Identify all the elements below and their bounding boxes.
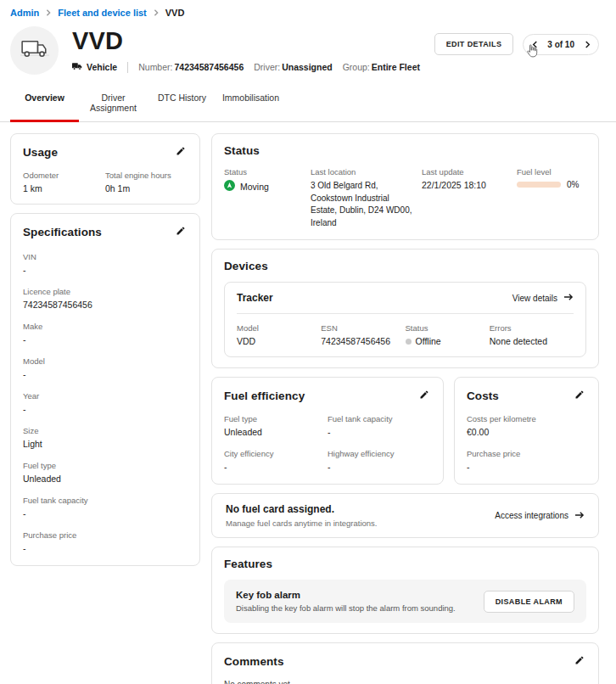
fuel-efficiency-card: Fuel efficiency Fuel type Unleaded <box>211 377 444 485</box>
city-efficiency-field: City efficiency - <box>224 449 328 472</box>
spec-make: Make - <box>23 322 188 345</box>
field-label: City efficiency <box>224 449 328 458</box>
field-value: 1 km <box>23 183 105 193</box>
specifications-title: Specifications <box>23 226 102 238</box>
offline-status-icon <box>406 339 412 345</box>
tracker-errors-field: Errors None detected <box>490 323 574 346</box>
feature-title: Key fob alarm <box>236 590 456 600</box>
tracker-esn-field: ESN 74234587456456 <box>321 323 405 346</box>
pencil-icon <box>574 655 585 668</box>
vehicle-number: Number:74234587456456 <box>138 62 244 72</box>
fuel-card-banner: No fuel card assigned. Manage fuel cards… <box>211 493 599 538</box>
spec-fuel-tank-capacity: Fuel tank capacity - <box>23 496 188 519</box>
right-column: Status Status Moving Last location <box>211 133 599 684</box>
driver-value: Unassigned <box>282 62 333 72</box>
edit-details-button[interactable]: EDIT DETAILS <box>434 33 514 55</box>
vehicle-pager: 3 of 10 <box>523 34 599 55</box>
usage-edit-button[interactable] <box>174 144 188 160</box>
location-value: 3 Old Belgard Rd, Cookstown Industrial E… <box>311 180 413 229</box>
left-column: Usage Odometer 1 km Total engine hours <box>10 133 200 566</box>
banner-title: No fuel card assigned. <box>226 503 378 515</box>
comments-edit-button[interactable] <box>573 653 586 670</box>
fuel-efficiency-edit-button[interactable] <box>417 388 431 404</box>
spec-model: Model - <box>23 356 188 379</box>
fuel-level-value: 0% <box>567 180 579 189</box>
fuel-type-field: Fuel type Unleaded <box>224 414 328 437</box>
field-value: - <box>23 265 188 275</box>
field-value: - <box>224 462 328 472</box>
field-label: Licence plate <box>23 287 188 296</box>
meta-divider <box>127 62 128 73</box>
costs-edit-button[interactable] <box>573 388 586 404</box>
fuel-efficiency-title: Fuel efficiency <box>224 390 305 402</box>
disable-alarm-button[interactable]: DISABLE ALARM <box>484 591 574 613</box>
tab-driver-assignment[interactable]: Driver Assignment <box>79 85 148 121</box>
field-label: Purchase price <box>23 530 188 540</box>
field-label: Odometer <box>23 171 105 180</box>
view-details-label: View details <box>512 294 557 303</box>
devices-card: Devices Tracker View details <box>211 249 599 368</box>
tracker-status-field: Status Offline <box>406 323 490 346</box>
tracker-title: Tracker <box>237 292 273 304</box>
field-value: Offline <box>416 336 441 346</box>
specifications-edit-button[interactable] <box>174 224 188 240</box>
pager-next-button[interactable] <box>578 36 596 53</box>
field-value: - <box>23 508 188 519</box>
field-value: 74234587456456 <box>321 336 405 346</box>
status-card: Status Status Moving Last location <box>211 133 599 240</box>
arrow-right-icon <box>563 293 574 303</box>
field-value: - <box>23 334 188 345</box>
comments-title: Comments <box>224 655 284 668</box>
access-integrations-link[interactable]: Access integrations <box>495 511 585 521</box>
truck-icon <box>20 38 49 64</box>
vehicle-meta: Vehicle Number:74234587456456 Driver:Una… <box>72 62 434 73</box>
field-label: Costs per kilometre <box>467 414 586 423</box>
tab-overview[interactable]: Overview <box>10 85 79 121</box>
usage-engine-hours: Total engine hours 0h 1m <box>105 171 188 193</box>
field-value: - <box>328 462 431 472</box>
chevron-right-icon <box>153 9 160 16</box>
field-label: Fuel tank capacity <box>328 414 431 423</box>
spec-year: Year - <box>23 391 188 414</box>
field-label: Fuel tank capacity <box>23 496 188 505</box>
field-label: Status <box>406 323 490 333</box>
spec-fuel-type: Fuel type Unleaded <box>23 461 188 484</box>
features-card: Features Key fob alarm Disabling the key… <box>211 547 599 634</box>
field-value: - <box>23 369 188 379</box>
field-label: Size <box>23 426 188 435</box>
pager-prev-button[interactable] <box>525 36 544 53</box>
breadcrumb-current: VVD <box>165 8 185 18</box>
status-field: Status Moving <box>224 167 302 229</box>
vehicle-avatar <box>10 26 59 75</box>
spec-purchase-price: Purchase price - <box>23 530 188 553</box>
breadcrumb-fleet-and-device-list[interactable]: Fleet and device list <box>58 8 147 18</box>
field-label: Highway efficiency <box>328 449 431 458</box>
chevron-left-icon <box>531 38 539 51</box>
moving-status-icon <box>224 180 235 193</box>
view-details-link[interactable]: View details <box>512 293 574 303</box>
header-actions: EDIT DETAILS 3 of 10 <box>434 33 599 55</box>
group-value: Entire Fleet <box>372 62 420 72</box>
breadcrumb-admin[interactable]: Admin <box>10 8 39 18</box>
field-label: Status <box>224 167 302 177</box>
field-value: None detected <box>490 336 574 346</box>
tab-dtc-history[interactable]: DTC History <box>148 85 216 121</box>
usage-card: Usage Odometer 1 km Total engine hours <box>10 133 200 205</box>
status-title: Status <box>224 144 260 157</box>
pencil-icon <box>574 390 585 402</box>
field-label: Fuel level <box>517 167 586 177</box>
costs-card: Costs Costs per kilometre €0.00 <box>454 377 599 485</box>
arrow-right-icon <box>574 511 585 521</box>
field-value: - <box>23 543 188 553</box>
fuel-tank-capacity-field: Fuel tank capacity - <box>328 414 431 437</box>
field-label: Last update <box>422 167 508 177</box>
chevron-right-icon <box>45 9 52 16</box>
field-value: Unleaded <box>23 474 188 484</box>
costs-per-kilometre-field: Costs per kilometre €0.00 <box>467 414 586 437</box>
key-fob-alarm-feature: Key fob alarm Disabling the key fob alar… <box>224 580 586 623</box>
field-label: Errors <box>490 323 574 333</box>
usage-odometer: Odometer 1 km <box>23 171 105 193</box>
tab-immobilisation[interactable]: Immobilisation <box>216 85 285 121</box>
field-label: Model <box>23 356 188 366</box>
main-content: Usage Odometer 1 km Total engine hours <box>0 122 616 684</box>
